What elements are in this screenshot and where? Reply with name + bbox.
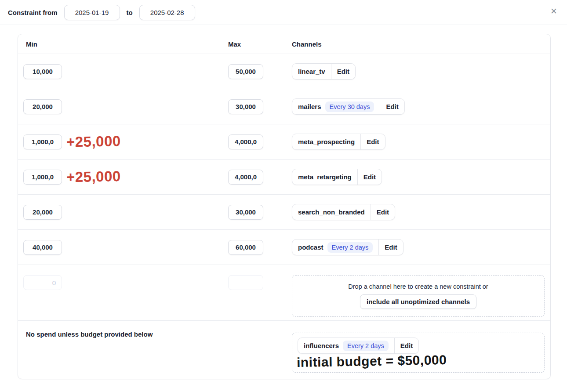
max-input[interactable] <box>228 240 263 255</box>
no-spend-row: No spend unless budget provided below in… <box>18 320 550 379</box>
min-input[interactable] <box>23 240 62 255</box>
min-input[interactable] <box>23 170 62 185</box>
constraint-row: search_non_branded Edit <box>18 194 550 229</box>
include-all-unoptimized-button[interactable]: include all unoptimized channels <box>360 294 476 309</box>
edit-button[interactable]: Edit <box>395 338 418 353</box>
channel-name: meta_retargeting <box>298 173 352 181</box>
close-icon[interactable]: ✕ <box>548 5 560 18</box>
constraint-to-date-input[interactable] <box>139 5 195 20</box>
channel-name: search_non_branded <box>298 208 365 216</box>
channel-chip: mailers Every 30 days Edit <box>292 98 405 115</box>
edit-button[interactable]: Edit <box>361 134 385 149</box>
column-header-min: Min <box>18 40 228 48</box>
constraint-row: mailers Every 30 days Edit <box>18 89 550 124</box>
new-min-input[interactable] <box>23 275 62 290</box>
new-max-input[interactable] <box>228 275 263 290</box>
max-input[interactable] <box>228 99 263 114</box>
edit-button[interactable]: Edit <box>358 169 382 185</box>
no-spend-drop-zone[interactable]: influencers Every 2 days Edit initial bu… <box>292 333 545 373</box>
edit-button[interactable]: Edit <box>379 240 403 255</box>
channel-name: podcast <box>298 243 323 251</box>
handwritten-annotation-red: +25,000 <box>66 168 121 185</box>
constraint-row: podcast Every 2 days Edit <box>18 229 550 265</box>
channel-drop-zone[interactable]: Drop a channel here to create a new cons… <box>292 275 545 317</box>
min-input[interactable] <box>23 134 62 149</box>
constraint-from-date-input[interactable] <box>64 5 120 20</box>
handwritten-annotation-budget: initial budget = $50,000 <box>297 352 447 370</box>
channel-chip: linear_tv Edit <box>292 63 356 80</box>
max-input[interactable] <box>228 205 263 220</box>
max-input[interactable] <box>228 170 263 185</box>
edit-button[interactable]: Edit <box>371 204 395 220</box>
edit-button[interactable]: Edit <box>380 99 404 114</box>
constraint-row: +25,000 meta_retargeting Edit <box>18 159 550 194</box>
min-input[interactable] <box>23 99 62 114</box>
no-spend-label: No spend unless budget provided below <box>26 330 153 338</box>
drop-zone-text: Drop a channel here to create a new cons… <box>348 283 488 290</box>
min-input[interactable] <box>23 64 62 79</box>
constraints-table: Min Max Channels linear_tv Edit <box>18 34 551 379</box>
frequency-badge: Every 30 days <box>325 102 374 112</box>
min-input[interactable] <box>23 205 62 220</box>
channel-chip: meta_prospecting Edit <box>292 134 385 150</box>
max-input[interactable] <box>228 134 263 149</box>
constraint-from-label: Constraint from <box>8 9 58 16</box>
edit-button[interactable]: Edit <box>331 64 355 79</box>
frequency-badge: Every 2 days <box>343 341 389 351</box>
channel-name: meta_prospecting <box>298 138 355 145</box>
handwritten-annotation-red: +25,000 <box>66 133 121 150</box>
frequency-badge: Every 2 days <box>327 242 373 253</box>
channel-name: linear_tv <box>298 68 325 75</box>
channel-name: mailers <box>298 103 321 110</box>
table-header-row: Min Max Channels <box>18 34 550 54</box>
channel-chip: influencers Every 2 days Edit <box>298 338 419 354</box>
channel-chip: search_non_branded Edit <box>292 204 395 220</box>
constraint-row: +25,000 meta_prospecting Edit <box>18 124 550 159</box>
channel-name: influencers <box>304 342 339 349</box>
max-input[interactable] <box>228 64 263 79</box>
new-constraint-row: Drop a channel here to create a new cons… <box>18 265 550 320</box>
channel-chip: podcast Every 2 days Edit <box>292 239 403 255</box>
column-header-max: Max <box>228 40 292 48</box>
column-header-channels: Channels <box>292 40 550 48</box>
channel-chip: meta_retargeting Edit <box>292 169 382 185</box>
constraint-dialog-header: Constraint from to ✕ <box>0 0 567 25</box>
to-label: to <box>127 9 133 16</box>
constraint-row: linear_tv Edit <box>18 54 550 89</box>
